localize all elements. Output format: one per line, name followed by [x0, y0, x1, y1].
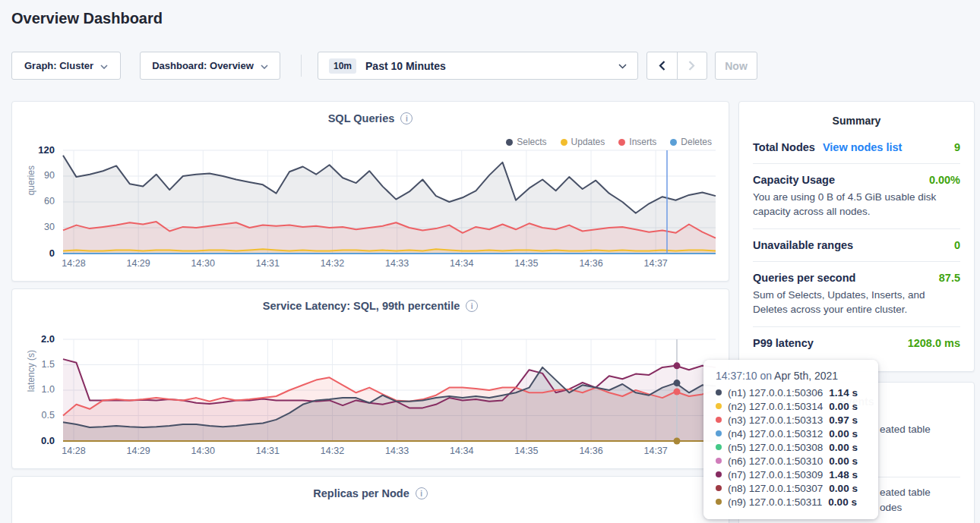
tooltip-node-value: 0.00 s [829, 401, 858, 412]
summary-row-header: Unavailable ranges0 [753, 239, 960, 251]
x-tick-label: 14:31 [256, 446, 280, 456]
node-color-dot-icon [716, 389, 722, 395]
tooltip-node-label: (n7) 127.0.0.1:50309 [728, 469, 823, 480]
chart-svg [63, 339, 716, 441]
legend-label: Selects [517, 137, 546, 147]
time-range-label: Past 10 Minutes [365, 60, 446, 72]
now-button[interactable]: Now [715, 52, 757, 80]
summary-row-header: P99 latency1208.0 ms [753, 337, 960, 349]
tooltip-node-label: (n2) 127.0.0.1:50314 [728, 401, 823, 412]
summary-row: Capacity Usage0.00%You are using 0 B of … [753, 164, 960, 229]
x-tick-label: 14:32 [321, 258, 344, 269]
summary-row: Total NodesView nodes list9 [753, 131, 960, 164]
legend-item-inserts[interactable]: Inserts [618, 137, 656, 147]
time-range-select[interactable]: 10m Past 10 Minutes [318, 52, 638, 80]
replicas-per-node-chart-panel: Replicas per Node i [11, 476, 729, 523]
legend-dot-icon [561, 139, 567, 146]
tooltip-node-value: 0.97 s [829, 414, 858, 426]
x-tick-label: 14:37 [644, 446, 668, 456]
x-tick-label: 14:36 [579, 446, 602, 456]
tooltip-row: (n9) 127.0.0.1:503110.00 s [716, 495, 869, 509]
info-icon[interactable]: i [416, 487, 428, 499]
x-tick-label: 14:37 [644, 258, 668, 269]
event-item-fragment: eated table [880, 424, 931, 435]
chart-svg [63, 150, 716, 254]
node-color-dot-icon [716, 471, 722, 477]
summary-row-label: Unavailable ranges [753, 239, 853, 251]
summary-row-subtext: Sum of Selects, Updates, Inserts, and De… [753, 288, 960, 317]
tooltip-row: (n2) 127.0.0.1:503140.00 s [716, 399, 869, 413]
x-tick-label: 14:28 [62, 258, 85, 269]
y-tick-label: 0 [49, 247, 59, 259]
x-tick-label: 14:34 [450, 258, 473, 269]
summary-row-value: 1208.0 ms [908, 337, 960, 349]
x-tick-label: 14:29 [126, 446, 150, 456]
summary-panel: Summary Total NodesView nodes list9Capac… [738, 101, 975, 372]
tooltip-row: (n6) 127.0.0.1:503100.00 s [716, 454, 869, 468]
y-tick-label: 0.0 [41, 435, 59, 446]
tooltip-conjunction: on [760, 370, 772, 382]
legend-dot-icon [618, 139, 625, 146]
x-tick-label: 14:35 [514, 258, 538, 269]
info-icon[interactable]: i [466, 300, 478, 312]
chart-title-replicas-per-node: Replicas per Node [313, 487, 409, 499]
sql-queries-plot[interactable] [63, 150, 716, 254]
tooltip-node-label: (n6) 127.0.0.1:50310 [728, 455, 823, 467]
y-tick-label: 2.0 [41, 333, 59, 345]
info-icon[interactable]: i [400, 112, 413, 124]
legend-label: Updates [571, 137, 605, 147]
event-item-fragment: eated table [880, 487, 931, 498]
node-color-dot-icon [716, 458, 722, 464]
y-tick-label: 30 [44, 222, 59, 232]
tooltip-time: 14:37:10 [716, 370, 757, 382]
tooltip-node-label: (n3) 127.0.0.1:50313 [728, 414, 823, 426]
tooltip-row: (n4) 127.0.0.1:503120.00 s [716, 427, 869, 440]
prev-time-button[interactable] [647, 52, 677, 79]
tooltip-row: (n1) 127.0.0.1:503061.14 s [716, 386, 869, 399]
tooltip-timestamp: 14:37:10 on Apr 5th, 2021 [716, 370, 869, 382]
summary-row-label: Capacity Usage [753, 174, 835, 186]
summary-row: Unavailable ranges0 [753, 229, 960, 262]
x-tick-label: 14:28 [62, 446, 85, 456]
now-button-label: Now [725, 60, 748, 72]
next-time-button[interactable] [677, 52, 707, 79]
tooltip-node-value: 0.00 s [828, 496, 857, 508]
summary-row-value: 87.5 [939, 272, 960, 284]
legend-item-selects[interactable]: Selects [506, 137, 546, 147]
event-item-fragment: odes [880, 502, 902, 513]
x-tick-label: 14:34 [450, 446, 473, 456]
graph-dropdown-label: Graph: Cluster [24, 60, 93, 71]
legend-item-updates[interactable]: Updates [561, 137, 605, 147]
view-nodes-list-link[interactable]: View nodes list [823, 141, 903, 153]
tooltip-node-label: (n8) 127.0.0.1:50307 [728, 483, 823, 494]
summary-row: Queries per second87.5Sum of Selects, Up… [753, 262, 960, 327]
y-tick-label: 0.5 [42, 410, 59, 421]
tooltip-node-value: 1.48 s [829, 469, 858, 480]
summary-row-value: 0.00% [929, 174, 960, 186]
chart-title-sql-queries: SQL Queries [328, 112, 395, 124]
tooltip-date: Apr 5th, 2021 [774, 370, 838, 382]
x-tick-label: 14:33 [385, 446, 409, 456]
chart-legend: SelectsUpdatesInsertsDeletes [506, 137, 712, 147]
tooltip-row: (n7) 127.0.0.1:503091.48 s [716, 468, 869, 481]
legend-item-deletes[interactable]: Deletes [670, 137, 712, 147]
tooltip-node-value: 0.00 s [829, 442, 858, 453]
y-tick-label: 90 [44, 170, 59, 181]
x-tick-label: 14:30 [191, 446, 215, 456]
legend-dot-icon [670, 139, 677, 146]
summary-row-label: P99 latency [753, 337, 814, 349]
y-tick-label: 120 [38, 144, 59, 156]
summary-row-value: 0 [954, 239, 960, 251]
time-range-badge: 10m [329, 58, 356, 74]
summary-row-label: Queries per second [753, 272, 855, 284]
x-tick-label: 14:29 [126, 258, 150, 269]
summary-row: P99 latency1208.0 ms [753, 327, 960, 359]
summary-row-header: Capacity Usage0.00% [753, 174, 960, 186]
node-color-dot-icon [716, 403, 722, 409]
tooltip-node-label: (n9) 127.0.0.1:50311 [728, 496, 822, 508]
graph-dropdown[interactable]: Graph: Cluster [11, 52, 121, 80]
service-latency-plot[interactable] [63, 339, 716, 441]
dashboard-dropdown[interactable]: Dashboard: Overview [140, 52, 280, 80]
tooltip-node-label: (n5) 127.0.0.1:50308 [728, 442, 823, 453]
tooltip-node-value: 1.14 s [829, 387, 858, 399]
